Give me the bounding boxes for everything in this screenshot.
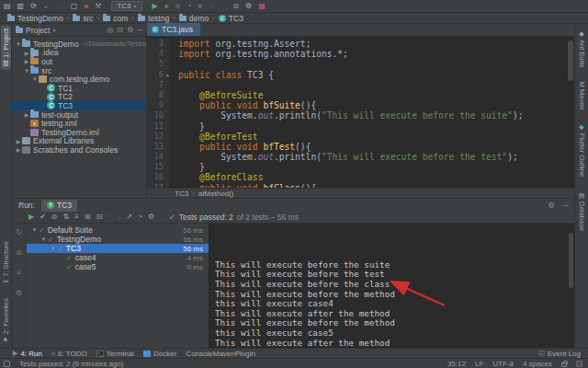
run-tab-tc3[interactable]: T TC3 (41, 200, 77, 212)
run-settings-gear-icon[interactable]: ⚙ (546, 201, 557, 210)
run-icon[interactable]: ▶ (153, 3, 158, 10)
debug-bug-icon[interactable]: ● (164, 3, 169, 10)
tool-button-7-structure[interactable]: ≔7: Structure (1, 238, 11, 288)
test-result-tree[interactable]: ▼✓Default Suite56 ms▼✓TestngDemo56 ms▼✓T… (27, 224, 209, 348)
project-tree-item-external-libraries[interactable]: ▶External Libraries (12, 137, 146, 146)
chevron-down-icon[interactable]: ▼ (49, 246, 57, 251)
save-all-icon[interactable]: ▥ (17, 3, 25, 10)
tool-window-button-6-todo[interactable]: ≡6: TODO (51, 350, 87, 358)
collapse-all-icon[interactable]: ⊟ (117, 26, 123, 34)
coverage-icon[interactable]: ◈ (175, 3, 181, 10)
restore-layout-icon[interactable]: ▢ (71, 3, 78, 10)
test-options-icon[interactable]: ⚙ (148, 213, 154, 221)
chevron-right-icon[interactable]: ▶ (23, 58, 30, 64)
project-view-selector[interactable]: Project ▾ (16, 26, 55, 35)
tool-window-button-4-run[interactable]: ▶4: Run (13, 350, 42, 358)
run-configuration-combo[interactable]: TC3 ▾ (111, 1, 141, 11)
expand-all-icon[interactable]: ⊞ (85, 213, 91, 221)
project-tree-item-testng-xml[interactable]: xtestng.xml (12, 119, 146, 128)
breadcrumb-class[interactable]: TC3 (175, 190, 188, 198)
chevron-right-icon[interactable]: ▶ (23, 50, 30, 56)
breadcrumb-item-demo[interactable]: demo (177, 14, 210, 23)
stop-process-icon[interactable]: ■ (84, 3, 88, 10)
locate-file-icon[interactable]: ◎ (107, 26, 113, 34)
tool-button-maven[interactable]: MMaven (577, 79, 587, 112)
next-test-icon[interactable]: ↓ (117, 213, 120, 221)
sync-icon[interactable]: ⟳ (30, 3, 37, 10)
step-down-icon[interactable]: ↓ (209, 3, 212, 10)
stop-icon[interactable]: ■ (198, 3, 203, 10)
tool-window-button-docker[interactable]: Docker (143, 350, 176, 358)
encoding-selector[interactable]: UTF-8 (492, 360, 514, 368)
chevron-down-icon[interactable]: ▼ (40, 236, 48, 242)
show-ignored-icon[interactable]: ⊘ (51, 213, 58, 221)
search-everywhere-icon[interactable]: ⊙ (232, 3, 239, 10)
chevron-down-icon[interactable]: ▼ (31, 76, 39, 82)
project-tree[interactable]: ▼TestingDemo~/Downloads/TestngDemo▶.idea… (12, 37, 146, 198)
test-tree-item-case5[interactable]: ✓case50 ms (27, 262, 209, 271)
breadcrumb-method[interactable]: afMethod() (198, 190, 234, 198)
open-folder-icon[interactable]: ▤ (4, 3, 11, 10)
indent-selector[interactable]: 4 spaces (523, 360, 552, 368)
editor-tab-tc3[interactable]: C TC3.java (147, 23, 200, 36)
test-tree-item-default-suite[interactable]: ▼✓Default Suite56 ms (27, 225, 209, 235)
project-tree-item-src[interactable]: ▼src (12, 66, 146, 75)
project-tree-item-test-output[interactable]: ▶test-output (12, 110, 146, 120)
test-tree-item-tc3[interactable]: ▼✓TC356 ms (27, 244, 209, 253)
read-only-lock-icon[interactable] (561, 362, 567, 367)
breadcrumb-item-src[interactable]: src (71, 14, 95, 23)
status-message[interactable]: Tests passed: 2 (6 minutes ago) (19, 360, 123, 368)
collapse-all-icon[interactable]: ⊟ (96, 213, 103, 221)
breadcrumb-item-com[interactable]: com (101, 14, 130, 23)
breadcrumb-item-testingdemo[interactable]: TestingDemo (6, 14, 65, 23)
project-tree-item-testingdemo-iml[interactable]: TestingDemo.iml (12, 128, 146, 137)
tool-window-toggle-icon[interactable] (4, 361, 10, 367)
chevron-down-icon[interactable]: ▼ (23, 68, 30, 74)
sort-duration-icon[interactable]: ≡ (74, 213, 79, 221)
tool-button-2-favorites[interactable]: ★2: Favorites (1, 295, 11, 346)
test-history-icon[interactable]: ◔ (138, 213, 142, 221)
panel-settings-icon[interactable]: ⚙ (127, 26, 133, 34)
test-tree-item-testngdemo[interactable]: ▼✓TestngDemo56 ms (27, 235, 209, 244)
settings-gear-icon[interactable]: ⚙ (245, 3, 252, 10)
tool-button-1-project[interactable]: ▤1: Project (1, 26, 11, 70)
sort-alphabetically-icon[interactable]: ⇅ (63, 213, 70, 221)
run-console-output[interactable]: This will execute before the suiteThis w… (209, 224, 574, 348)
tool-button-database[interactable]: ▤Database (577, 190, 587, 234)
chevron-right-icon[interactable]: ▶ (15, 146, 22, 153)
breadcrumb-item-tc3[interactable]: CTC3 (217, 14, 245, 23)
chevron-right-icon[interactable]: ▶ (15, 138, 22, 144)
suspend-icon[interactable]: ⊘ (16, 249, 22, 257)
history-list-icon[interactable]: ≡ (17, 270, 21, 277)
profiler-icon[interactable]: ◔ (187, 3, 192, 10)
project-tree-item-com-testng-demo[interactable]: ▼com.testng.demo (12, 75, 146, 84)
rerun-icon[interactable]: ▶ (28, 213, 34, 221)
build-project-icon[interactable]: ⚒ (95, 3, 101, 10)
editor-scrollbar[interactable] (568, 40, 573, 81)
export-results-icon[interactable]: ↗ (126, 213, 132, 221)
back-icon[interactable]: ← (43, 3, 51, 10)
chevron-right-icon[interactable]: ▶ (23, 111, 30, 118)
test-tree-item-case4[interactable]: ✓case44 ms (27, 253, 209, 262)
event-log-button[interactable]: ◱ Event Log (538, 350, 581, 358)
tool-button-ant-build[interactable]: ◆Ant Build (577, 28, 587, 70)
minimize-panel-icon[interactable]: ─ (561, 201, 571, 210)
code-editor[interactable]: 3import org.testng.Assert;4import org.te… (147, 37, 574, 188)
options-wrench-icon[interactable]: ⚙ (16, 290, 22, 297)
breadcrumb-item-testng[interactable]: testng (136, 14, 171, 23)
project-tree-item-tc1[interactable]: CTC1 (12, 84, 146, 93)
line-ending-selector[interactable]: LF (475, 360, 483, 368)
tool-button-flutter-outline[interactable]: ❖Flutter Outline (577, 121, 587, 179)
memory-indicator[interactable] (576, 361, 582, 367)
tool-window-button-consolemavenplugin[interactable]: ConsoleMavenPlugin (186, 350, 255, 358)
chevron-down-icon[interactable]: ▼ (30, 227, 39, 233)
hide-panel-icon[interactable]: ─ (137, 26, 142, 34)
previous-test-icon[interactable]: ↑ (107, 213, 111, 221)
project-tree-item-tc2[interactable]: CTC2 (12, 93, 146, 102)
plugin-icon[interactable]: ▦ (258, 3, 266, 10)
chevron-down-icon[interactable]: ▼ (15, 41, 22, 47)
console-scrollbar[interactable] (569, 233, 573, 288)
forward-icon[interactable]: → (57, 3, 64, 10)
caret-position[interactable]: 35:12 (447, 360, 466, 368)
rerun-failed-icon[interactable]: ↻ (16, 229, 22, 236)
